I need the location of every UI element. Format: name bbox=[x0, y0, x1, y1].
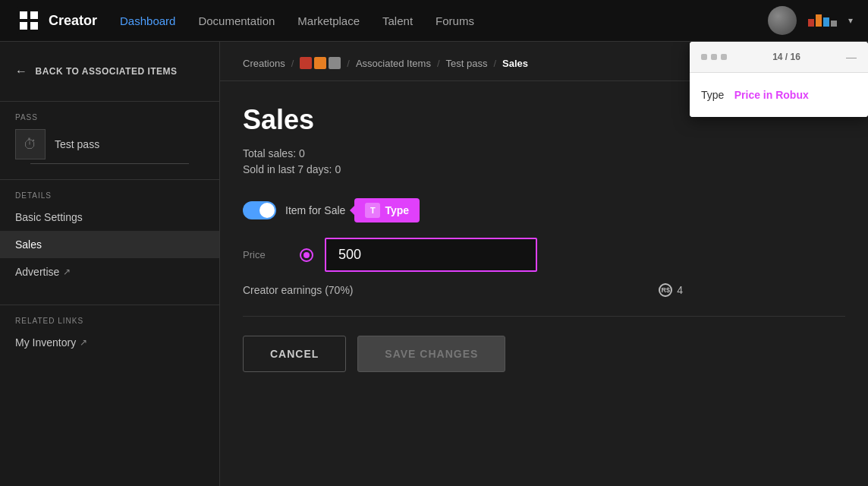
top-navigation: Creator Dashboard Documentation Marketpl… bbox=[0, 0, 868, 42]
thumb-orange bbox=[314, 57, 326, 69]
nav-talent[interactable]: Talent bbox=[382, 14, 413, 27]
robux-radio[interactable] bbox=[300, 248, 313, 262]
item-for-sale-row: Item for Sale T Type bbox=[243, 198, 845, 222]
helper-minimize-button[interactable]: — bbox=[846, 51, 857, 63]
sidebar-item-basic-settings[interactable]: Basic Settings bbox=[0, 204, 219, 231]
type-helper-body: Type Price in Robux bbox=[690, 73, 868, 117]
pass-name: Test pass bbox=[55, 138, 99, 150]
svg-rect-3 bbox=[20, 22, 27, 30]
logo-area[interactable]: Creator bbox=[15, 7, 97, 34]
toggle-label: Item for Sale bbox=[285, 204, 345, 216]
breadcrumb-current: Sales bbox=[502, 58, 528, 69]
type-icon: T bbox=[365, 203, 380, 218]
price-input[interactable] bbox=[325, 238, 537, 272]
helper-type-value: Price in Robux bbox=[734, 89, 809, 101]
logo-text: Creator bbox=[49, 13, 97, 29]
total-sales-stat: Total sales: 0 bbox=[243, 147, 845, 159]
main-content: Creations / / Associated Items / Test pa… bbox=[220, 42, 868, 486]
nav-dashboard[interactable]: Dashboard bbox=[120, 14, 175, 27]
breadcrumb-creations[interactable]: Creations bbox=[243, 58, 285, 69]
breadcrumb-sep-3: / bbox=[437, 58, 440, 69]
thumb-gray bbox=[329, 57, 341, 69]
nav-links: Dashboard Documentation Marketplace Tale… bbox=[120, 14, 768, 27]
helper-type-label: Type bbox=[701, 89, 724, 101]
details-section: DETAILS Basic Settings Sales Advertise ↗ bbox=[0, 180, 219, 297]
breadcrumb-test-pass[interactable]: Test pass bbox=[446, 58, 488, 69]
back-to-associated-items-button[interactable]: ← BACK TO ASSOCIATED ITEMS bbox=[0, 42, 219, 102]
svg-rect-1 bbox=[20, 11, 27, 19]
helper-page-indicator: 14 / 16 bbox=[772, 52, 800, 62]
related-section-label: RELATED LINKS bbox=[0, 317, 219, 325]
helper-dot-3 bbox=[721, 54, 727, 60]
sidebar-item-my-inventory[interactable]: My Inventory ↗ bbox=[0, 329, 219, 356]
pass-divider bbox=[30, 163, 189, 164]
robux-symbol-icon: R$ bbox=[659, 283, 672, 297]
main-layout: ← BACK TO ASSOCIATED ITEMS PASS ⏱ Test p… bbox=[0, 42, 868, 486]
related-links-section: RELATED LINKS My Inventory ↗ bbox=[0, 305, 219, 368]
cancel-button[interactable]: CANCEL bbox=[243, 336, 346, 372]
pass-item: ⏱ Test pass bbox=[15, 129, 204, 159]
breadcrumb-sep-2: / bbox=[347, 58, 350, 69]
breadcrumb-associated-items[interactable]: Associated Items bbox=[356, 58, 431, 69]
sold-last-stat: Sold in last 7 days: 0 bbox=[243, 163, 845, 175]
nav-forums[interactable]: Forums bbox=[436, 14, 474, 27]
price-label: Price bbox=[243, 249, 288, 260]
sidebar-item-advertise[interactable]: Advertise ↗ bbox=[0, 258, 219, 286]
svg-rect-0 bbox=[15, 7, 42, 34]
breadcrumb-game-thumb[interactable] bbox=[300, 57, 341, 69]
external-link-icon-inventory: ↗ bbox=[80, 337, 87, 348]
svg-rect-2 bbox=[30, 11, 38, 19]
breadcrumb-sep-1: / bbox=[291, 58, 294, 69]
earnings-value-area: R$ 4 bbox=[659, 283, 683, 297]
radio-button bbox=[300, 248, 313, 262]
form-section: Item for Sale T Type Price bbox=[243, 198, 845, 372]
page-content: Sales Total sales: 0 Sold in last 7 days… bbox=[220, 81, 868, 395]
helper-dot-1 bbox=[701, 54, 707, 60]
price-row: Price bbox=[243, 238, 845, 272]
earnings-value: 4 bbox=[677, 284, 683, 296]
type-helper-dots bbox=[701, 54, 727, 60]
sidebar-item-sales[interactable]: Sales bbox=[0, 231, 219, 258]
back-arrow-icon: ← bbox=[15, 65, 28, 78]
pass-section-label: PASS bbox=[15, 113, 204, 122]
type-tooltip-label: Type bbox=[385, 204, 409, 216]
item-for-sale-toggle[interactable] bbox=[243, 201, 276, 219]
nav-right: ▾ bbox=[768, 6, 853, 35]
breadcrumb-sep-4: / bbox=[493, 58, 496, 69]
pass-section: PASS ⏱ Test pass bbox=[0, 102, 219, 180]
helper-dot-2 bbox=[711, 54, 717, 60]
action-buttons: CANCEL SAVE CHANGES bbox=[243, 336, 845, 372]
form-divider bbox=[243, 316, 845, 317]
type-tooltip[interactable]: T Type bbox=[354, 198, 420, 222]
save-changes-button[interactable]: SAVE CHANGES bbox=[357, 336, 505, 372]
radio-fill bbox=[303, 252, 310, 258]
toggle-knob bbox=[259, 203, 275, 218]
nav-documentation[interactable]: Documentation bbox=[198, 14, 275, 27]
stats-icon[interactable] bbox=[808, 14, 837, 27]
type-helper-header: 14 / 16 — bbox=[690, 42, 868, 73]
sidebar: ← BACK TO ASSOCIATED ITEMS PASS ⏱ Test p… bbox=[0, 42, 220, 486]
chevron-down-icon[interactable]: ▾ bbox=[848, 15, 853, 26]
nav-marketplace[interactable]: Marketplace bbox=[297, 14, 360, 27]
earnings-label: Creator earnings (70%) bbox=[243, 284, 354, 296]
earnings-row: Creator earnings (70%) R$ 4 bbox=[243, 283, 683, 297]
details-section-label: DETAILS bbox=[0, 191, 219, 200]
thumb-red bbox=[300, 57, 312, 69]
pass-thumbnail: ⏱ bbox=[15, 129, 46, 159]
avatar[interactable] bbox=[768, 6, 797, 35]
svg-rect-4 bbox=[30, 22, 38, 30]
type-helper-panel: 14 / 16 — Type Price in Robux bbox=[690, 42, 868, 117]
external-link-icon: ↗ bbox=[63, 267, 71, 277]
logo-icon bbox=[15, 7, 42, 34]
